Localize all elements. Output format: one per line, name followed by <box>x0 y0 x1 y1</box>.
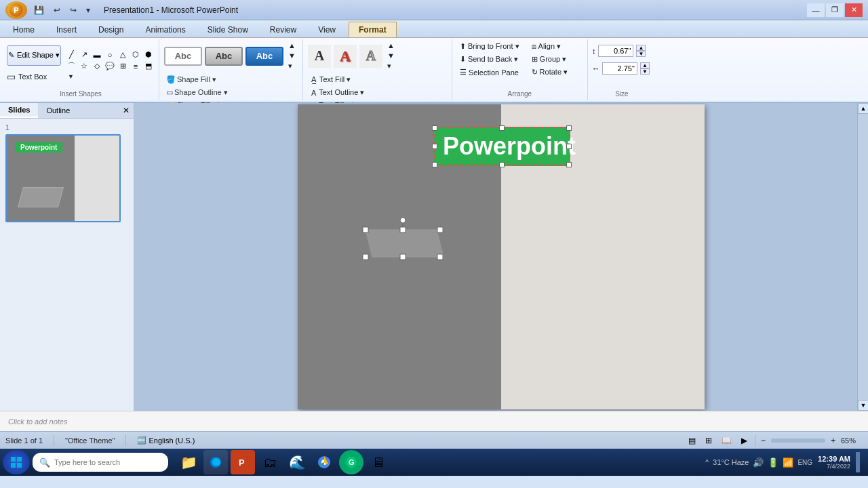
shape-eq[interactable]: ⊞ <box>117 61 129 72</box>
wordart-style-2[interactable]: A <box>334 45 357 68</box>
sel-handle-br[interactable] <box>566 162 572 167</box>
wordart-more-down[interactable]: ▼ <box>384 51 397 60</box>
shape-style-1[interactable]: Abc <box>164 47 202 66</box>
zoom-level[interactable]: 65% <box>841 436 863 445</box>
shape-hex[interactable]: ⬡ <box>130 49 142 60</box>
zoom-out-btn[interactable]: − <box>761 436 766 445</box>
tab-insert[interactable]: Insert <box>46 22 87 37</box>
rotate-button[interactable]: ↻ Rotate ▾ <box>528 66 571 78</box>
wordart-more-up[interactable]: ▲ <box>384 41 397 50</box>
tab-outline[interactable]: Outline <box>38 103 78 118</box>
shape-style-2[interactable]: Abc <box>205 47 243 66</box>
taskbar-app-monitor[interactable]: 🖥 <box>366 450 391 474</box>
sel-handle-ml[interactable] <box>432 144 437 149</box>
sel-handle-bl[interactable] <box>432 162 437 167</box>
shape-wave[interactable]: ⌒ <box>65 61 77 72</box>
sel-handle-tr[interactable] <box>566 125 572 131</box>
text-box-button[interactable]: ▭ Text Box <box>7 68 61 85</box>
canvas-area[interactable]: Powerpoint <box>134 103 868 411</box>
shape-line[interactable]: ╱ <box>65 49 77 60</box>
wordart-style-1[interactable]: A <box>308 45 331 68</box>
text-fill-button[interactable]: A̲ Text Fill ▾ <box>307 74 368 85</box>
taskbar-app-powerpoint[interactable]: P <box>231 450 255 474</box>
taskbar-search-input[interactable] <box>54 458 149 466</box>
group-button[interactable]: ⊞ Group ▾ <box>528 54 571 65</box>
close-button[interactable]: ✕ <box>845 3 863 17</box>
tab-view[interactable]: View <box>308 22 346 37</box>
scroll-track[interactable] <box>858 114 868 400</box>
taskbar-app-explorer[interactable]: 📁 <box>176 450 201 474</box>
show-desktop-btn[interactable] <box>856 452 860 472</box>
minimize-button[interactable]: — <box>807 3 825 17</box>
shape-style-3[interactable]: Abc <box>245 47 283 66</box>
redo-qat-button[interactable]: ↪ <box>67 4 79 16</box>
taskbar-app-green[interactable]: G <box>339 450 363 474</box>
zoom-in-btn[interactable]: + <box>831 436 835 445</box>
reading-view-btn[interactable]: 📖 <box>719 435 734 446</box>
tab-format[interactable]: Format <box>349 22 397 37</box>
maximize-button[interactable]: ❐ <box>826 3 844 17</box>
selection-pane-button[interactable]: ☰ Selection Pane <box>456 66 523 78</box>
start-button[interactable] <box>3 450 30 474</box>
shape-styles-more-btn[interactable]: ▲ <box>285 41 298 50</box>
shape-call[interactable]: 💬 <box>104 61 116 72</box>
send-to-back-button[interactable]: ⬇ Send to Back ▾ <box>456 54 523 65</box>
sel-handle-bm[interactable] <box>499 162 505 167</box>
taskbar-app-folder[interactable]: 🗂 <box>258 450 282 474</box>
undo-qat-button[interactable]: ↩ <box>51 4 63 16</box>
taskbar-app-edge[interactable] <box>203 450 228 474</box>
scroll-up-btn[interactable]: ▲ <box>858 103 868 114</box>
normal-view-btn[interactable]: ▤ <box>686 435 698 446</box>
office-logo[interactable]: P <box>5 1 27 19</box>
width-input[interactable]: 2.75" <box>602 62 637 75</box>
shape-arrow[interactable]: ↗ <box>78 49 90 60</box>
shape-more3[interactable]: ⬒ <box>142 61 155 72</box>
shape-outline-button[interactable]: ▭ Shape Outline ▾ <box>163 87 232 98</box>
tray-clock[interactable]: 12:39 AM 7/4/2022 <box>818 455 850 470</box>
edit-shape-button[interactable]: ✎ Edit Shape ▾ <box>7 45 61 66</box>
text-outline-button[interactable]: A Text Outline ▾ <box>307 87 368 98</box>
shape-more1[interactable]: ⬢ <box>142 49 155 60</box>
shape-star[interactable]: ☆ <box>78 61 90 72</box>
save-qat-button[interactable]: 💾 <box>31 4 47 16</box>
wordart-style-3[interactable]: A <box>359 45 382 68</box>
wordart-expand-btn[interactable]: ▾ <box>384 61 397 71</box>
tab-animations[interactable]: Animations <box>135 22 195 37</box>
shape-styles-expand-btn[interactable]: ▾ <box>285 61 298 71</box>
tab-slides[interactable]: Slides <box>0 103 38 118</box>
sel-handle-tl[interactable] <box>432 125 437 131</box>
shape-more2[interactable]: ≡ <box>130 61 142 72</box>
tab-slideshow[interactable]: Slide Show <box>197 22 258 37</box>
slide-thumbnail-1[interactable]: Powerpoint <box>5 134 121 222</box>
sel-handle-mr[interactable] <box>566 144 572 149</box>
tab-review[interactable]: Review <box>260 22 307 37</box>
height-input[interactable]: 0.67" <box>598 45 633 57</box>
shapes-scroll-btn[interactable]: ▼ <box>65 73 155 81</box>
height-down-btn[interactable]: ▼ <box>636 51 646 57</box>
width-up-btn[interactable]: ▲ <box>640 62 650 68</box>
height-up-btn[interactable]: ▲ <box>636 45 646 51</box>
shape-styles-less-btn[interactable]: ▼ <box>285 51 298 60</box>
slide-shape[interactable] <box>362 223 450 264</box>
slide-title-textbox[interactable]: Powerpoint <box>433 127 570 166</box>
language-badge[interactable]: 🔤 English (U.S.) <box>137 436 195 445</box>
align-button[interactable]: ⧈ Align ▾ <box>528 41 571 52</box>
taskbar-app-chrome[interactable] <box>312 450 336 474</box>
shape-dia[interactable]: ◇ <box>91 61 103 72</box>
sorter-view-btn[interactable]: ⊞ <box>703 435 714 446</box>
shape-fill-button[interactable]: 🪣 Shape Fill ▾ <box>163 74 232 85</box>
tray-chevron[interactable]: ^ <box>705 458 709 466</box>
taskbar-app-wave[interactable]: 🌊 <box>285 450 309 474</box>
shape-circle[interactable]: ○ <box>104 49 116 60</box>
taskbar-search-box[interactable]: 🔍 <box>33 453 168 472</box>
qat-more-button[interactable]: ▾ <box>83 4 93 16</box>
width-down-btn[interactable]: ▼ <box>640 68 650 75</box>
sel-handle-tm[interactable] <box>499 125 505 131</box>
shape-tri[interactable]: △ <box>117 49 129 60</box>
shape-rect[interactable]: ▬ <box>91 49 103 60</box>
tab-home[interactable]: Home <box>3 22 45 37</box>
scroll-down-btn[interactable]: ▼ <box>858 400 868 411</box>
zoom-slider[interactable] <box>771 439 825 443</box>
tab-design[interactable]: Design <box>88 22 134 37</box>
bring-to-front-button[interactable]: ⬆ Bring to Front ▾ <box>456 41 523 52</box>
